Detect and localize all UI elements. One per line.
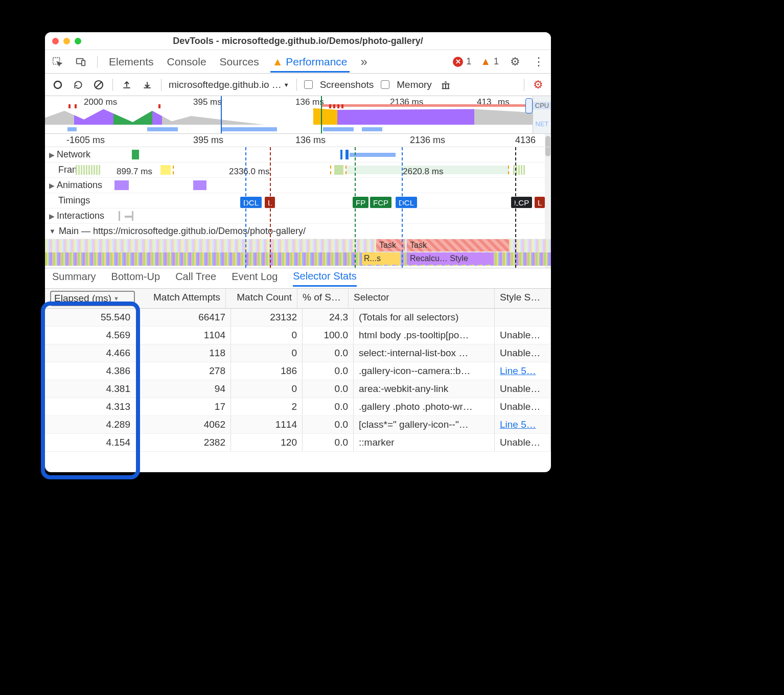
overview-marker [321, 96, 322, 133]
tab-elements[interactable]: Elements [107, 56, 156, 68]
download-button[interactable] [141, 78, 154, 91]
cell-attempts: 94 [140, 380, 231, 398]
tab-sources[interactable]: Sources [218, 56, 261, 68]
maximize-icon[interactable] [75, 38, 81, 44]
table-row[interactable]: 4.46611800.0select:-internal-list-box …U… [45, 344, 551, 362]
warning-icon: ▲ [272, 56, 283, 67]
disclosure-icon[interactable]: ▶ [49, 151, 55, 159]
cell-elapsed: 4.466 [45, 344, 140, 362]
disclosure-icon[interactable]: ▶ [49, 181, 55, 190]
cell-selector: (Totals for all selectors) [354, 309, 495, 326]
tab-console[interactable]: Console [165, 56, 209, 68]
table-row[interactable]: 55.540664172313224.3(Totals for all sele… [45, 309, 551, 327]
timing-dcl: DCL [240, 197, 262, 208]
cell-count: 120 [231, 434, 303, 451]
table-row[interactable]: 4.56911040100.0html body .ps-tooltip[po…… [45, 327, 551, 344]
inspect-icon[interactable] [50, 55, 64, 69]
ruler-tick: -1605 ms [66, 135, 105, 146]
cell-style: Unable… [495, 344, 551, 362]
garbage-collect-button[interactable] [439, 78, 452, 91]
table-row[interactable]: 4.3131720.0.gallery .photo .photo-wr…Una… [45, 398, 551, 416]
cell-count: 2 [231, 398, 303, 415]
table-header: Elapsed (ms) ▼ Match Attempts Match Coun… [45, 289, 551, 309]
timeline-overview[interactable]: 2000 ms 395 ms 136 ms 2136 ms 413 ms CPU… [45, 96, 551, 134]
row-timings[interactable]: Timings DCL L FP FCP DCL LCP L [45, 193, 551, 208]
cell-elapsed: 4.386 [45, 362, 140, 380]
frame-duration: 899.7 ms [117, 167, 152, 177]
memory-label: Memory [397, 79, 432, 90]
net-label: NET [536, 120, 549, 128]
col-elapsed-sort[interactable]: Elapsed (ms) ▼ [50, 291, 135, 306]
error-icon: ✕ [453, 57, 463, 67]
cell-attempts: 17 [140, 398, 231, 415]
cell-pct: 0.0 [303, 362, 354, 380]
reload-record-button[interactable] [72, 78, 85, 91]
task-block[interactable]: Task [376, 239, 405, 251]
timing-fcp: FCP [370, 197, 391, 208]
flame-chart[interactable]: Task Task R...s Recalcu… Style [45, 239, 551, 268]
kebab-menu-icon[interactable]: ⋮ [532, 55, 546, 69]
col-selector[interactable]: Selector [349, 289, 495, 308]
tab-bottom-up[interactable]: Bottom-Up [111, 271, 160, 286]
row-frames[interactable]: Frames 899.7 ms 2336.0 ms 2620.8 ms [45, 163, 551, 178]
task-block[interactable]: Task [407, 239, 509, 251]
recording-selector[interactable]: microsoftedge.github.io … ▼ [169, 79, 289, 90]
cell-style: Unable… [495, 327, 551, 344]
marker-line [355, 147, 356, 268]
row-interactions[interactable]: ▶ Interactions [45, 208, 551, 224]
table-row[interactable]: 4.15423821200.0::markerUnable… [45, 434, 551, 452]
tab-performance[interactable]: ▲ Performance [270, 56, 350, 73]
cell-selector: area:-webkit-any-link [354, 380, 495, 398]
tab-call-tree[interactable]: Call Tree [175, 271, 216, 286]
row-animations[interactable]: ▶ Animations [45, 178, 551, 193]
memory-checkbox[interactable] [381, 80, 389, 89]
minimize-icon[interactable] [63, 38, 70, 44]
warning-count-badge[interactable]: ▲ 1 [480, 56, 499, 67]
overview-range-handle[interactable] [525, 98, 533, 113]
capture-settings-icon[interactable]: ⚙ [532, 78, 545, 91]
upload-button[interactable] [120, 78, 133, 91]
cell-pct: 0.0 [303, 344, 354, 362]
sort-desc-icon: ▼ [113, 295, 119, 302]
tab-event-log[interactable]: Event Log [232, 271, 278, 286]
cell-pct: 0.0 [303, 398, 354, 415]
divider [112, 79, 113, 91]
settings-icon[interactable]: ⚙ [508, 55, 522, 69]
flame-block[interactable]: R...s [362, 252, 401, 265]
cpu-label: CPU [533, 102, 551, 109]
tab-summary[interactable]: Summary [52, 271, 96, 286]
timeline-main[interactable]: -1605 ms 395 ms 136 ms 2136 ms 4136 ▶ Ne… [45, 134, 551, 268]
timing-load: L [535, 197, 545, 208]
screenshots-checkbox[interactable] [304, 80, 313, 89]
tabs-overflow[interactable]: » [359, 55, 370, 69]
cell-count: 23132 [231, 309, 303, 326]
svg-line-5 [96, 82, 102, 88]
col-pct[interactable]: % of Sl… [297, 289, 349, 308]
record-button[interactable] [51, 78, 64, 91]
main-thread-header[interactable]: ▼ Main — https://microsoftedge.github.io… [45, 224, 551, 239]
table-row[interactable]: 4.289406211140.0[class*=" gallery-icon--… [45, 416, 551, 434]
cell-attempts: 66417 [140, 309, 231, 326]
table-row[interactable]: 4.3819400.0area:-webkit-any-linkUnable… [45, 380, 551, 398]
recording-url: microsoftedge.github.io … [169, 79, 282, 90]
col-attempts[interactable]: Match Attempts [135, 289, 226, 308]
disclosure-icon[interactable]: ▶ [49, 212, 55, 220]
col-elapsed-label: Elapsed (ms) [54, 293, 111, 304]
col-count[interactable]: Match Count [226, 289, 297, 308]
warning-count: 1 [494, 56, 499, 67]
style-link[interactable]: Line 5… [500, 365, 536, 376]
row-network[interactable]: ▶ Network [45, 147, 551, 163]
table-row[interactable]: 4.3862781860.0.gallery-icon--camera::b…L… [45, 362, 551, 380]
recalc-style-block[interactable]: Recalcu… Style [407, 252, 494, 265]
device-toggle-icon[interactable] [74, 55, 88, 69]
cell-pct: 100.0 [303, 327, 354, 344]
cell-elapsed: 4.313 [45, 398, 140, 415]
tab-selector-stats[interactable]: Selector Stats [293, 270, 357, 287]
style-link[interactable]: Line 5… [500, 419, 536, 430]
error-count-badge[interactable]: ✕ 1 [453, 56, 471, 67]
clear-button[interactable] [92, 78, 105, 91]
col-style[interactable]: Style S… [495, 289, 551, 308]
close-icon[interactable] [52, 38, 59, 44]
disclosure-icon[interactable]: ▼ [49, 227, 56, 235]
cell-attempts: 118 [140, 344, 231, 362]
